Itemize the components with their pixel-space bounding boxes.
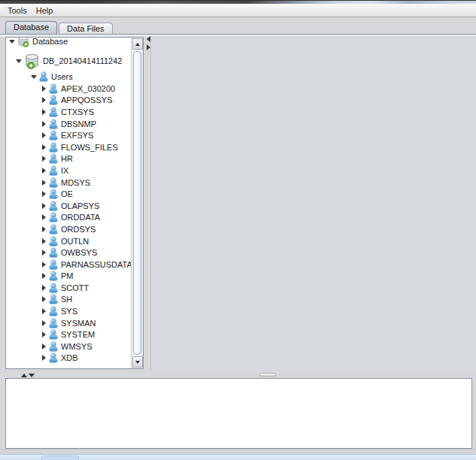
tree-item-user[interactable]: MDSYS <box>7 177 131 189</box>
tree-item-user[interactable]: APEX_030200 <box>7 83 131 95</box>
tree-item-user[interactable]: DBSNMP <box>7 118 131 130</box>
tree-item-label: ORDDATA <box>61 213 100 222</box>
output-panel[interactable] <box>5 378 472 449</box>
expand-arrow-icon[interactable] <box>40 308 47 314</box>
tree-item-label: XDB <box>61 353 78 362</box>
expand-arrow-icon[interactable] <box>40 168 47 174</box>
taskbar-button[interactable] <box>41 455 79 460</box>
user-icon <box>49 295 58 304</box>
tree-item-user[interactable]: PARNASSUSDATA <box>7 259 131 271</box>
expand-arrow-icon[interactable] <box>40 320 47 326</box>
expand-arrow-icon[interactable] <box>40 132 47 138</box>
tree-item-user[interactable]: CTXSYS <box>7 106 131 118</box>
tree-item-user[interactable]: WMSYS <box>7 340 131 353</box>
down-arrow-icon <box>135 361 140 364</box>
user-icon <box>49 248 58 257</box>
tree-vertical-scrollbar[interactable] <box>131 38 143 368</box>
collapse-arrow-icon[interactable] <box>8 40 16 44</box>
horizontal-split-divider[interactable] <box>0 371 476 378</box>
tree-item-label: Database <box>32 38 68 46</box>
expand-arrow-icon[interactable] <box>40 250 47 256</box>
tree-item-label: PARNASSUSDATA <box>61 260 131 269</box>
collapse-arrow-icon[interactable] <box>15 59 23 63</box>
user-icon <box>49 143 58 152</box>
collapse-arrow-icon[interactable] <box>30 75 38 79</box>
split-collapse-left-button[interactable] <box>147 36 150 42</box>
menu-help[interactable]: Help <box>32 5 58 16</box>
user-icon <box>49 107 58 117</box>
user-icon <box>49 84 58 93</box>
tree-item-user[interactable]: SYSTEM <box>7 328 131 340</box>
expand-arrow-icon[interactable] <box>40 144 47 150</box>
tree-item-label: MDSYS <box>61 178 90 187</box>
tree-item-user[interactable]: SYSMAN <box>7 317 131 329</box>
expand-arrow-icon[interactable] <box>40 273 47 279</box>
user-icon <box>49 225 58 234</box>
tree-item-user[interactable]: APPQOSSYS <box>7 95 131 107</box>
user-list: APEX_030200 APPQOSSYS CTXSYS DBSNMP EXFS… <box>7 83 131 364</box>
database-tree: Database DB_20140414111242 Users APEX_03… <box>7 38 131 368</box>
tree-item-user[interactable]: SH <box>7 294 131 306</box>
tab-bar: Database Data Files <box>5 21 114 34</box>
tab-database[interactable]: Database <box>5 21 57 34</box>
tree-item-label: Users <box>51 72 73 81</box>
expand-arrow-icon[interactable] <box>40 343 47 350</box>
tree-item-user[interactable]: SCOTT <box>7 282 131 294</box>
tree-item-user[interactable]: SYS <box>7 305 131 317</box>
divider-grip[interactable] <box>259 373 276 377</box>
expand-arrow-icon[interactable] <box>40 86 47 92</box>
expand-arrow-icon[interactable] <box>40 203 47 209</box>
user-icon <box>49 353 58 362</box>
scroll-down-button[interactable] <box>132 356 143 368</box>
expand-arrow-icon[interactable] <box>40 97 47 103</box>
user-icon <box>49 283 58 292</box>
database-tree-panel[interactable]: Database DB_20140414111242 Users APEX_03… <box>5 37 144 369</box>
tree-item-database-root[interactable]: Database <box>7 38 131 49</box>
tree-item-users-folder[interactable]: Users <box>7 71 131 83</box>
tree-item-label: APEX_030200 <box>61 84 115 93</box>
split-collapse-up-button[interactable] <box>21 374 27 377</box>
expand-arrow-icon[interactable] <box>40 226 47 232</box>
expand-arrow-icon[interactable] <box>40 331 47 337</box>
expand-arrow-icon[interactable] <box>40 262 47 268</box>
tree-item-user[interactable]: ORDSYS <box>7 223 131 235</box>
tree-item-label: FLOWS_FILES <box>61 143 118 152</box>
menu-tools[interactable]: Tools <box>3 5 32 16</box>
tree-item-user[interactable]: IX <box>7 165 131 177</box>
user-icon <box>49 330 58 339</box>
tree-item-label: OUTLN <box>61 237 89 246</box>
expand-arrow-icon[interactable] <box>40 285 47 291</box>
split-expand-down-button[interactable] <box>29 374 35 377</box>
expand-arrow-icon[interactable] <box>40 109 47 115</box>
database-icon <box>17 38 29 47</box>
expand-arrow-icon[interactable] <box>40 355 47 361</box>
users-icon <box>39 72 48 81</box>
tree-item-user[interactable]: OE <box>7 188 131 200</box>
expand-arrow-icon[interactable] <box>40 296 47 302</box>
tree-item-label: DBSNMP <box>61 120 96 129</box>
split-expand-right-button[interactable] <box>147 44 150 50</box>
expand-arrow-icon[interactable] <box>40 191 47 197</box>
scrollbar-thumb[interactable] <box>133 51 141 355</box>
tree-item-user[interactable]: HR <box>7 153 131 165</box>
tree-item-user[interactable]: PM <box>7 271 131 283</box>
expand-arrow-icon[interactable] <box>40 121 47 127</box>
tree-item-label: WMSYS <box>61 342 92 351</box>
expand-arrow-icon[interactable] <box>40 238 47 244</box>
tree-item-user[interactable]: EXFSYS <box>7 129 131 141</box>
tree-item-user[interactable]: OLAPSYS <box>7 200 131 212</box>
database-icon <box>24 53 40 69</box>
tree-item-user[interactable]: OWBSYS <box>7 247 131 259</box>
expand-arrow-icon[interactable] <box>40 214 47 220</box>
expand-arrow-icon[interactable] <box>40 180 47 186</box>
tree-item-user[interactable]: XDB <box>7 353 131 365</box>
expand-arrow-icon[interactable] <box>40 156 47 162</box>
user-icon <box>49 166 58 175</box>
tree-item-db-instance[interactable]: DB_20140414111242 <box>7 51 131 71</box>
tree-item-label: OE <box>61 189 73 198</box>
tab-data-files[interactable]: Data Files <box>59 23 113 34</box>
tree-item-user[interactable]: ORDDATA <box>7 212 131 224</box>
tree-item-user[interactable]: OUTLN <box>7 235 131 247</box>
tree-item-user[interactable]: FLOWS_FILES <box>7 141 131 153</box>
scroll-up-button[interactable] <box>132 38 143 50</box>
